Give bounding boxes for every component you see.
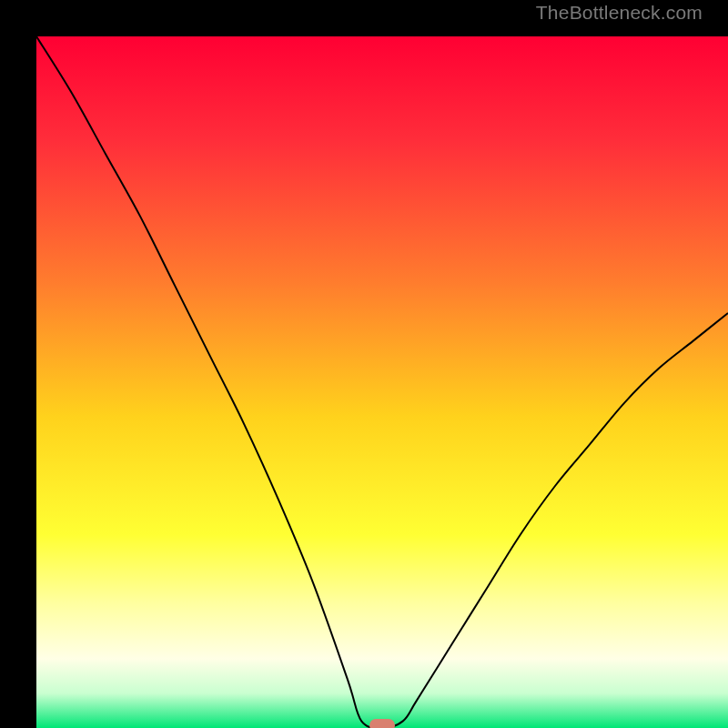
chart-frame xyxy=(18,18,710,710)
watermark-text: TheBottleneck.com xyxy=(536,2,703,24)
optimal-marker xyxy=(369,719,395,728)
gradient-background xyxy=(36,36,728,728)
bottleneck-chart xyxy=(36,36,728,728)
